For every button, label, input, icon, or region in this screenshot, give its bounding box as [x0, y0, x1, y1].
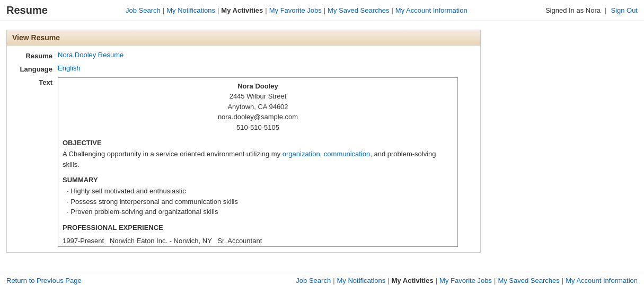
- sign-out-link[interactable]: Sign Out: [611, 6, 638, 14]
- main-content: View Resume Resume Nora Dooley Resume La…: [0, 21, 644, 268]
- return-to-previous-page-link[interactable]: Return to Previous Page: [6, 277, 82, 284]
- resume-email: nora.dooley@sample.com: [63, 112, 453, 122]
- resume-label: Resume: [15, 51, 58, 60]
- panel-body: Resume Nora Dooley Resume Language Engli…: [7, 46, 480, 252]
- signed-in-text: Signed In as Nora: [545, 6, 601, 14]
- header-user-info: Signed In as Nora | Sign Out: [545, 6, 638, 14]
- resume-row: Resume Nora Dooley Resume: [15, 51, 472, 60]
- nav-separator-5: |: [391, 6, 393, 14]
- resume-value: Nora Dooley Resume: [58, 51, 123, 59]
- summary-item-2: Possess strong interpersonal and communi…: [63, 197, 453, 207]
- job-1-title: Sr. Accountant: [217, 237, 262, 245]
- summary-item-3: Proven problem-solving and organizationa…: [63, 207, 453, 217]
- footer-left: Return to Previous Page: [6, 277, 82, 284]
- resume-text-box[interactable]: Nora Dooley 2445 Wilbur Street Anytown, …: [58, 77, 458, 247]
- summary-items: Highly self motivated and enthusiastic P…: [63, 186, 453, 217]
- summary-title: SUMMARY: [63, 176, 453, 184]
- footer-nav-my-favorite-jobs[interactable]: My Favorite Jobs: [439, 277, 492, 284]
- objective-highlight-org: organization: [283, 150, 320, 158]
- nav-my-saved-searches[interactable]: My Saved Searches: [328, 6, 389, 14]
- nav-separator-1: |: [163, 6, 164, 14]
- nav-separator-3: |: [265, 6, 267, 14]
- footer-nav-sep-4: |: [494, 277, 496, 284]
- page-header: Resume Job Search | My Notifications | M…: [0, 0, 644, 21]
- language-value: English: [58, 64, 81, 72]
- job-1-dates: 1997-Present: [63, 237, 104, 245]
- footer-nav: Job Search | My Notifications | My Activ…: [296, 277, 638, 284]
- objective-text: A Challenging opportunity in a service o…: [63, 149, 453, 170]
- nav-my-favorite-jobs[interactable]: My Favorite Jobs: [269, 6, 322, 14]
- nav-my-activities[interactable]: My Activities: [221, 6, 263, 14]
- job-1: 1997-Present Norwich Eaton Inc. - Norwic…: [63, 236, 453, 246]
- nav-my-notifications[interactable]: My Notifications: [166, 6, 215, 14]
- nav-my-account-information[interactable]: My Account Information: [395, 6, 467, 14]
- footer-nav-sep-1: |: [333, 277, 334, 284]
- footer-nav-job-search[interactable]: Job Search: [296, 277, 331, 284]
- text-row: Text Nora Dooley 2445 Wilbur Street Anyt…: [15, 77, 472, 247]
- resume-address: 2445 Wilbur Street Anytown, CA 94602 nor…: [63, 91, 453, 132]
- nav-separator-2: |: [217, 6, 219, 14]
- page-footer: Return to Previous Page Job Search | My …: [0, 272, 644, 285]
- resume-name: Nora Dooley: [63, 82, 453, 90]
- footer-nav-sep-5: |: [562, 277, 563, 284]
- footer-nav-my-notifications[interactable]: My Notifications: [337, 277, 386, 284]
- footer-nav-my-account-information[interactable]: My Account Information: [566, 277, 638, 284]
- objective-highlight-comm: communication: [324, 150, 370, 158]
- footer-nav-my-saved-searches[interactable]: My Saved Searches: [498, 277, 559, 284]
- nav-job-search[interactable]: Job Search: [126, 6, 161, 14]
- nav-separator-4: |: [324, 6, 325, 14]
- experience-title: PROFESSIONAL EXPERIENCE: [63, 224, 453, 231]
- address-line2: Anytown, CA 94602: [63, 102, 453, 112]
- address-line1: 2445 Wilbur Street: [63, 91, 453, 102]
- footer-nav-my-activities[interactable]: My Activities: [392, 277, 434, 284]
- summary-item-1: Highly self motivated and enthusiastic: [63, 186, 453, 197]
- job-1-company: Norwich Eaton Inc. - Norwich, NY: [110, 237, 212, 245]
- job-1-description: Produce analytical management reports fo…: [63, 246, 453, 247]
- resume-phone: 510-510-5105: [63, 122, 453, 133]
- text-label: Text: [15, 77, 58, 86]
- app-logo: Resume: [6, 4, 48, 16]
- objective-title: OBJECTIVE: [63, 139, 453, 147]
- header-nav: Job Search | My Notifications | My Activ…: [126, 6, 467, 14]
- footer-nav-sep-3: |: [436, 277, 437, 284]
- view-resume-panel: View Resume Resume Nora Dooley Resume La…: [6, 30, 481, 253]
- user-sep: |: [605, 6, 606, 14]
- footer-nav-sep-2: |: [387, 277, 389, 284]
- language-label: Language: [15, 64, 58, 73]
- language-row: Language English: [15, 64, 472, 73]
- panel-title: View Resume: [7, 30, 480, 46]
